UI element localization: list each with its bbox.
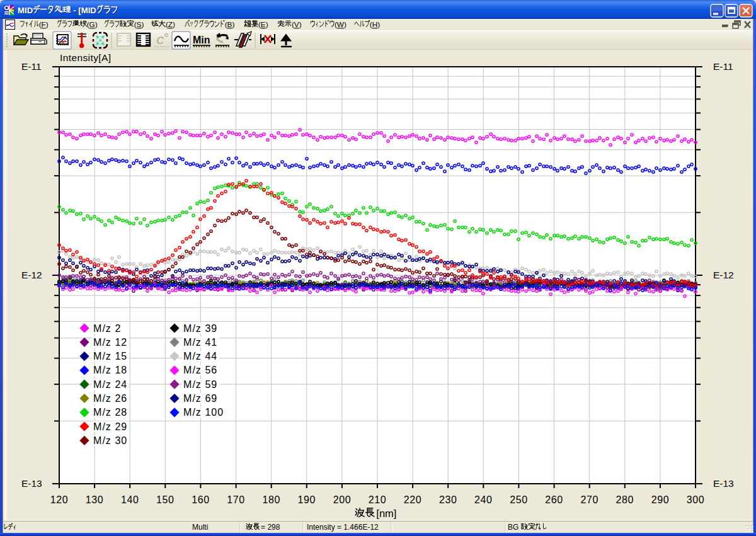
svg-text:(H): (H) [370,20,380,29]
svg-text:Min: Min [193,35,210,45]
svg-text:220: 220 [404,494,422,505]
svg-text:270: 270 [580,494,598,505]
svg-text:160: 160 [192,494,210,505]
svg-text:(S): (S) [134,20,144,29]
svg-text:M/z 18: M/z 18 [93,365,127,375]
svg-text:M/z 30: M/z 30 [93,435,127,446]
svg-text:150: 150 [156,494,175,505]
svg-text:(V): (V) [292,20,302,29]
svg-text:M/z 24: M/z 24 [93,379,127,390]
svg-text:120: 120 [50,494,69,505]
svg-text:140: 140 [121,494,139,505]
svg-text:E-13: E-13 [713,478,734,489]
svg-text:MID: MID [81,6,96,15]
svg-text:(G): (G) [87,20,98,29]
svg-text:200: 200 [333,494,352,505]
svg-text:M/z 26: M/z 26 [93,393,127,404]
svg-text:190: 190 [298,494,316,505]
svg-text:250: 250 [510,494,528,505]
svg-text:E-12: E-12 [21,270,42,280]
svg-text:290: 290 [651,494,670,505]
svg-text:E-12: E-12 [713,270,734,280]
svg-text:M/z 28: M/z 28 [93,407,127,418]
svg-text:300: 300 [687,494,705,505]
svg-text:Multi: Multi [192,523,208,532]
svg-text:M/z 41: M/z 41 [183,337,217,348]
svg-text:M/z 2: M/z 2 [93,323,121,334]
svg-text:(F): (F) [39,20,49,29]
svg-text:Intensity = 1.466E-12: Intensity = 1.466E-12 [307,523,379,532]
svg-text:MID: MID [18,6,33,15]
svg-text:180: 180 [262,494,280,505]
svg-text:210: 210 [369,494,387,505]
svg-text:130: 130 [86,494,104,505]
svg-text:170: 170 [227,494,245,505]
svg-text:280: 280 [616,494,634,505]
svg-text:BG: BG [508,523,518,532]
svg-text:240: 240 [474,494,493,505]
svg-text:E-11: E-11 [21,61,42,72]
svg-text:Intensity[A]: Intensity[A] [60,52,111,63]
svg-text:(E): (E) [258,20,268,29]
svg-text:M/z 100: M/z 100 [183,407,224,418]
svg-text:(W): (W) [335,20,346,29]
svg-text:E-13: E-13 [21,478,42,489]
svg-text:260: 260 [545,494,563,505]
svg-text:E-11: E-11 [713,61,733,72]
svg-text:C: C [156,35,164,47]
svg-text:- [: - [ [73,6,81,15]
svg-text:M/z 69: M/z 69 [183,393,217,404]
svg-text:M/z 59: M/z 59 [183,379,217,390]
svg-text:M/z 44: M/z 44 [183,351,217,362]
svg-text:[nm]: [nm] [376,508,396,519]
svg-text:(B): (B) [225,20,235,29]
svg-text:M/z 39: M/z 39 [183,323,217,334]
svg-text:M/z 12: M/z 12 [93,337,127,348]
svg-text:M/z 15: M/z 15 [93,351,127,362]
svg-text:= 298: = 298 [261,523,280,532]
svg-text:(Z): (Z) [166,20,175,29]
svg-text:M/z 29: M/z 29 [93,421,127,432]
svg-text:M/z 56: M/z 56 [183,365,217,375]
svg-text:230: 230 [439,494,457,505]
